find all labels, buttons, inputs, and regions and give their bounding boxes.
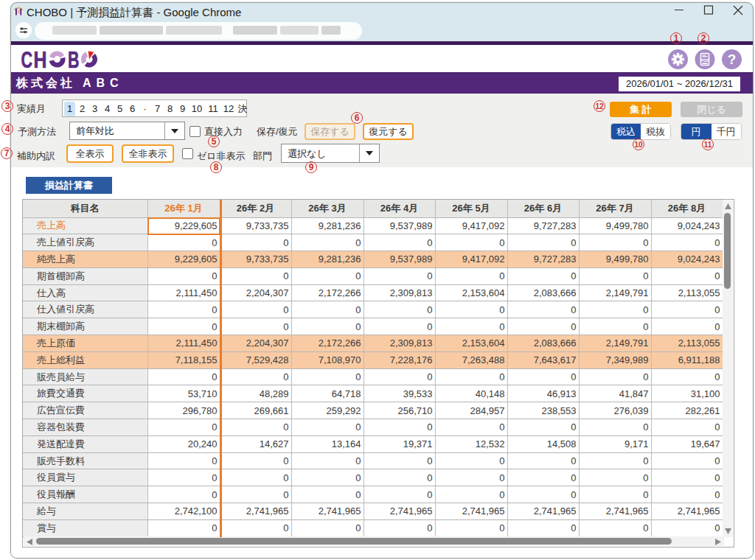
svg-text:B: B [68,49,80,70]
svg-text:?: ? [728,52,737,67]
svg-text:PDF: PDF [700,57,710,63]
svg-text:C: C [21,49,33,70]
svg-text:H: H [34,49,47,70]
